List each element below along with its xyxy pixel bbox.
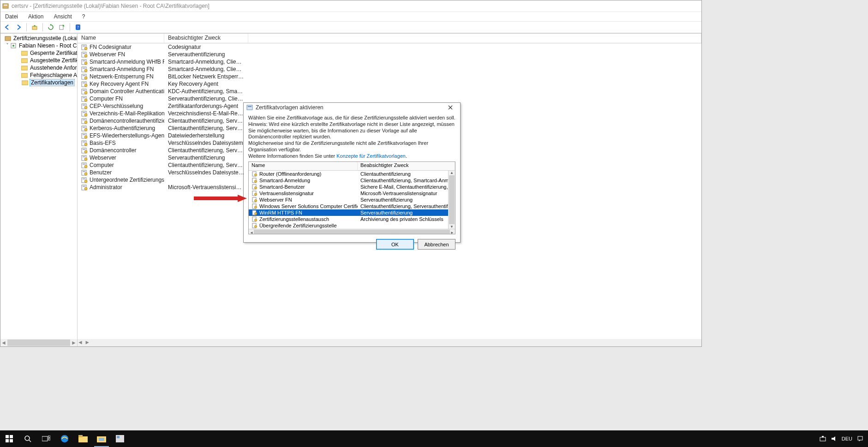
ok-button[interactable]: OK [376,239,414,250]
svg-point-23 [84,54,87,57]
search-button[interactable] [18,430,37,447]
list-cell-purpose: Clientauthentifizierung, Serverauthenti.… [164,125,248,131]
menu-action[interactable]: Aktion [25,12,46,21]
dialog-list-row[interactable]: WinRM HTTPS FNServerauthentifizierung [249,209,448,216]
svg-rect-31 [83,75,85,76]
taskbar-mmc[interactable] [92,430,111,447]
dialog-column-name[interactable]: Name [249,162,358,170]
dialog-instructions: Wählen Sie eine Zertifikatvorlage aus, d… [244,112,460,160]
dialog-list-row[interactable]: Smartcard-BenutzerSichere E-Mail, Client… [249,184,448,190]
tree-issued-label: Ausgestellte Zertifikate [29,57,78,64]
tree-toggle-icon[interactable]: ˅ [6,42,9,49]
certificate-template-icon [81,59,88,65]
column-name[interactable]: Name [78,34,164,43]
taskbar-app[interactable] [111,430,129,447]
list-row[interactable]: Smartcard-Anmeldung FNSmartcard-Anmeldun… [78,66,701,73]
dialog-list-row[interactable]: Router (Offlineanforderung)Clientauthent… [249,171,448,177]
list-row[interactable]: Computer FNServerauthentifizierung, Clie… [78,95,701,102]
list-cell-name: Benutzer [90,169,112,176]
export-button[interactable] [58,23,66,31]
tree-horizontal-scrollbar[interactable]: ◄ ► [0,339,77,346]
tray-sound-icon[interactable] [831,435,837,442]
tree-failed[interactable]: Fehlgeschlagene Anforder [0,72,77,79]
svg-rect-17 [22,81,28,85]
certificate-template-icon [251,203,258,209]
list-row[interactable]: Smartcard-Anmeldung WHfB FNSmartcard-Anm… [78,58,701,66]
dialog-list-row[interactable]: Windows Server Solutions Computer Certif… [249,203,448,209]
svg-rect-1 [4,5,7,6]
tree-ca[interactable]: ˅ Fabian Niesen - Root CA [0,42,77,49]
dialog-cell-purpose: Serverauthentifizierung [358,210,448,215]
menu-view[interactable]: Ansicht [51,12,74,21]
tray-language[interactable]: DEU [842,436,852,441]
start-button[interactable] [0,430,18,447]
list-row[interactable]: Netzwerk-Entsperrung FNBitLocker Netzwer… [78,73,701,80]
list-row[interactable]: Domain Controller Authentication (K...KD… [78,88,701,95]
certificate-template-icon [251,171,258,177]
certificate-template-icon [251,184,258,190]
dialog-close-button[interactable] [443,103,457,112]
list-cell-purpose: Serverauthentifizierung [164,51,248,58]
dialog-vertical-scrollbar[interactable]: ▲ ▼ [448,171,455,229]
svg-rect-109 [48,435,50,437]
list-row[interactable]: Key Recovery Agent FNKey Recovery Agent [78,80,701,88]
dialog-horizontal-scrollbar[interactable]: ◄ ► [249,229,455,234]
dialog-help-link[interactable]: Konzepte für Zertifikatvorlagen [336,153,406,159]
list-cell-purpose: KDC-Authentifizierung, Smartcard-An... [164,88,248,95]
help-button[interactable]: ? [74,23,82,31]
folder-icon [21,57,28,64]
svg-marker-120 [832,436,835,441]
dialog-list-row[interactable]: VertrauenslistensignaturMicrosoft-Vertra… [249,190,448,197]
dialog-cell-purpose: Clientauthentifizierung [358,171,448,177]
tree-revoked-label: Gesperrte Zertifikate [29,50,78,56]
dialog-list-row[interactable]: ZertifizierungsstellenaustauschArchivier… [249,216,448,222]
svg-rect-25 [83,60,85,61]
menu-file[interactable]: Datei [2,12,21,21]
column-purpose[interactable]: Beabsichtigter Zweck [164,34,248,43]
dialog-cell-name: Router (Offlineanforderung) [259,171,321,177]
certificate-template-icon [251,197,258,203]
svg-text:?: ? [77,25,79,30]
list-horizontal-scrollbar[interactable]: ◄ ► [78,339,701,346]
svg-rect-10 [5,36,11,41]
back-button[interactable] [3,23,12,31]
svg-point-89 [255,193,257,196]
tree-revoked[interactable]: Gesperrte Zertifikate [0,49,77,57]
tree-issued[interactable]: Ausgestellte Zertifikate [0,57,77,64]
svg-point-85 [255,180,257,183]
system-tray: DEU [820,435,868,442]
list-cell-name: Computer FN [90,95,123,102]
forward-button[interactable] [14,23,23,31]
certificate-template-icon [81,103,88,109]
list-cell-name: Netzwerk-Entsperrung FN [90,73,154,80]
list-cell-name: Webserver FN [90,51,125,58]
dialog-list-row[interactable]: Übergreifende Zertifizierungsstelle [249,222,448,229]
dialog-column-purpose[interactable]: Beabsichtigter Zweck [358,162,455,170]
refresh-button[interactable] [47,23,55,31]
certificate-template-icon [81,95,88,102]
svg-rect-119 [822,436,824,437]
taskview-button[interactable] [37,430,55,447]
folder-icon [21,79,29,86]
dialog-list-row[interactable]: Webserver FNServerauthentifizierung [249,197,448,203]
tree-templates[interactable]: Zertifikatvorlagen [0,79,77,86]
tree-pending[interactable]: Ausstehende Anforderung [0,64,77,72]
list-cell-purpose: Codesignatur [164,44,248,50]
taskbar-explorer[interactable] [74,430,92,447]
list-row[interactable]: Webserver FNServerauthentifizierung [78,51,701,58]
dialog-list-row[interactable]: Smartcard-AnmeldungClientauthentifizieru… [249,177,448,184]
list-row[interactable]: FN CodesignaturCodesignatur [78,43,701,51]
up-button[interactable] [30,23,39,31]
svg-rect-13 [21,51,28,55]
cancel-button[interactable]: Abbrechen [418,239,455,250]
tray-network-icon[interactable] [820,435,826,442]
folder-icon [21,65,28,71]
menu-help[interactable]: ? [79,12,88,21]
taskbar-ie[interactable] [55,430,74,447]
dialog-list-body[interactable]: Router (Offlineanforderung)Clientauthent… [249,171,448,229]
tray-notifications-icon[interactable] [857,435,863,442]
svg-point-20 [84,47,87,50]
tree-root[interactable]: Zertifizierungsstelle (Lokal) [0,35,77,42]
svg-rect-49 [83,119,85,120]
list-cell-purpose: Dateiwiederherstellung [164,132,248,139]
